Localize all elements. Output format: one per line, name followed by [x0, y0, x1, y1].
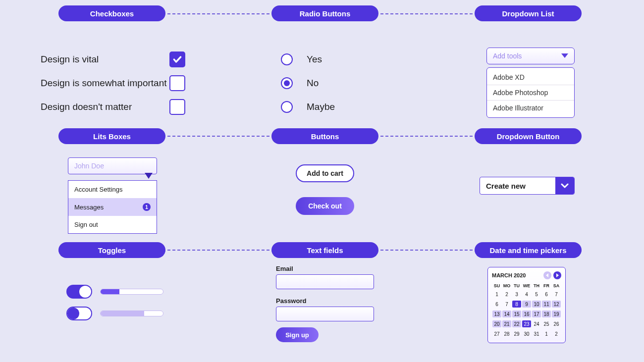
- dropdown-button-label: Create new: [480, 177, 555, 194]
- list-item-label: Account Settings: [74, 186, 123, 193]
- calendar-prev-button[interactable]: [543, 271, 551, 279]
- calendar-day[interactable]: 3: [512, 289, 522, 299]
- dropdown-list: Add tools Adobe XD Adobe Photoshop Adobe…: [486, 48, 575, 118]
- calendar-day[interactable]: 25: [541, 319, 551, 329]
- radio-group: Yes No Maybe: [281, 48, 335, 119]
- checkbox-doesnt-matter[interactable]: [169, 99, 185, 115]
- calendar-dow: SU: [492, 282, 502, 289]
- calendar-day[interactable]: 28: [502, 329, 512, 339]
- section-header-checkboxes: Checkboxes: [58, 5, 165, 21]
- list-item-label: Messages: [74, 204, 104, 211]
- button-group: Add to cart Check out: [296, 164, 354, 215]
- calendar-day[interactable]: 20: [492, 319, 502, 329]
- calendar-day[interactable]: 13: [492, 309, 502, 319]
- calendar-day[interactable]: 16: [522, 309, 532, 319]
- calendar-day[interactable]: 24: [532, 319, 541, 329]
- calendar-day[interactable]: 8: [512, 299, 522, 309]
- svg-marker-3: [556, 273, 559, 277]
- calendar-grid: SUMOTUWETHFRSA 1234567678910111213141516…: [492, 282, 561, 339]
- radio-yes[interactable]: [281, 53, 293, 65]
- dropdown-item-photoshop[interactable]: Adobe Photoshop: [487, 85, 574, 101]
- calendar-day[interactable]: 27: [492, 329, 502, 339]
- calendar-day[interactable]: 10: [532, 299, 541, 309]
- check-out-button[interactable]: Check out: [296, 197, 354, 215]
- calendar-day[interactable]: 17: [532, 309, 541, 319]
- calendar-day[interactable]: 14: [502, 309, 512, 319]
- section-header-buttons: Buttons: [271, 128, 378, 144]
- radio-label: Yes: [307, 54, 322, 65]
- password-label: Password: [276, 297, 374, 305]
- radio-maybe[interactable]: [281, 101, 293, 113]
- divider: [167, 13, 269, 14]
- calendar-day[interactable]: 22: [512, 319, 522, 329]
- calendar-day[interactable]: 21: [502, 319, 512, 329]
- list-item-label: Sign out: [74, 221, 98, 228]
- dropdown-button-group: Create new: [480, 177, 575, 195]
- calendar-day[interactable]: 23: [522, 319, 532, 329]
- text-field-group: Email Password Sign up: [276, 265, 374, 342]
- chevron-down-icon: [145, 173, 153, 179]
- calendar-title: MARCH 2020: [492, 272, 526, 278]
- calendar-dow: SA: [551, 282, 561, 289]
- chevron-right-icon: [555, 273, 559, 277]
- checkbox-label: Design is vital: [41, 54, 169, 65]
- calendar-dow: TU: [512, 282, 522, 289]
- calendar-day[interactable]: 12: [551, 299, 561, 309]
- calendar-day[interactable]: 18: [541, 309, 551, 319]
- list-box-placeholder: John Doe: [74, 162, 104, 170]
- calendar-day[interactable]: 9: [522, 299, 532, 309]
- checkbox-vital[interactable]: [169, 52, 185, 67]
- progress-bar-b: [100, 310, 163, 316]
- dropdown-list-trigger[interactable]: Add tools: [486, 48, 575, 64]
- calendar-day[interactable]: 7: [502, 299, 512, 309]
- divider: [167, 136, 269, 137]
- list-item-messages[interactable]: Messages 1: [68, 198, 157, 216]
- check-icon: [172, 54, 182, 64]
- list-item-signout[interactable]: Sign out: [68, 216, 157, 233]
- calendar-day[interactable]: 1: [492, 289, 502, 299]
- dropdown-item-illustrator[interactable]: Adobe Illustrator: [487, 101, 574, 115]
- password-field[interactable]: [276, 307, 374, 321]
- date-picker: MARCH 2020 SUMOTUWETHFRSA 12345676789101…: [487, 267, 566, 343]
- checkbox-group: Design is vital Design is somewhat impor…: [41, 48, 185, 119]
- create-new-dropdown-button[interactable]: Create new: [480, 177, 575, 195]
- dropdown-button-arrow[interactable]: [555, 177, 574, 194]
- list-box-menu: Account Settings Messages 1 Sign out: [68, 180, 157, 234]
- calendar-day[interactable]: 2: [551, 329, 561, 339]
- calendar-day[interactable]: 29: [512, 329, 522, 339]
- sign-up-button[interactable]: Sign up: [276, 327, 319, 342]
- chevron-down-icon: [561, 183, 569, 189]
- dropdown-item-xd[interactable]: Adobe XD: [487, 70, 574, 85]
- calendar-day[interactable]: 6: [541, 289, 551, 299]
- section-header-dropdown-list: Dropdown List: [475, 5, 582, 21]
- calendar-day[interactable]: 19: [551, 309, 561, 319]
- calendar-day[interactable]: 6: [492, 299, 502, 309]
- calendar-day[interactable]: 15: [512, 309, 522, 319]
- section-header-text-fields: Text fields: [271, 242, 378, 258]
- email-field[interactable]: [276, 274, 374, 289]
- calendar-day[interactable]: 5: [532, 289, 541, 299]
- calendar-day[interactable]: 26: [551, 319, 561, 329]
- radio-label: Maybe: [307, 102, 335, 112]
- toggle-off[interactable]: [66, 307, 92, 320]
- divider: [380, 136, 473, 137]
- calendar-day[interactable]: 1: [541, 329, 551, 339]
- calendar-day[interactable]: 30: [522, 329, 532, 339]
- progress-bar-a: [100, 289, 163, 295]
- radio-no[interactable]: [281, 77, 293, 89]
- list-item-account[interactable]: Account Settings: [68, 181, 157, 198]
- calendar-next-button[interactable]: [553, 271, 561, 279]
- calendar-dow: WE: [522, 282, 532, 289]
- calendar-day[interactable]: 7: [551, 289, 561, 299]
- svg-marker-2: [546, 273, 548, 277]
- calendar-day[interactable]: 2: [502, 289, 512, 299]
- notification-badge: 1: [143, 203, 151, 211]
- calendar-day[interactable]: 31: [532, 329, 541, 339]
- list-box-trigger[interactable]: John Doe: [68, 157, 157, 174]
- checkbox-somewhat[interactable]: [169, 75, 185, 91]
- calendar-day[interactable]: 4: [522, 289, 532, 299]
- chevron-down-icon: [561, 53, 568, 58]
- toggle-on[interactable]: [66, 285, 92, 299]
- add-to-cart-button[interactable]: Add to cart: [296, 164, 354, 182]
- calendar-day[interactable]: 11: [541, 299, 551, 309]
